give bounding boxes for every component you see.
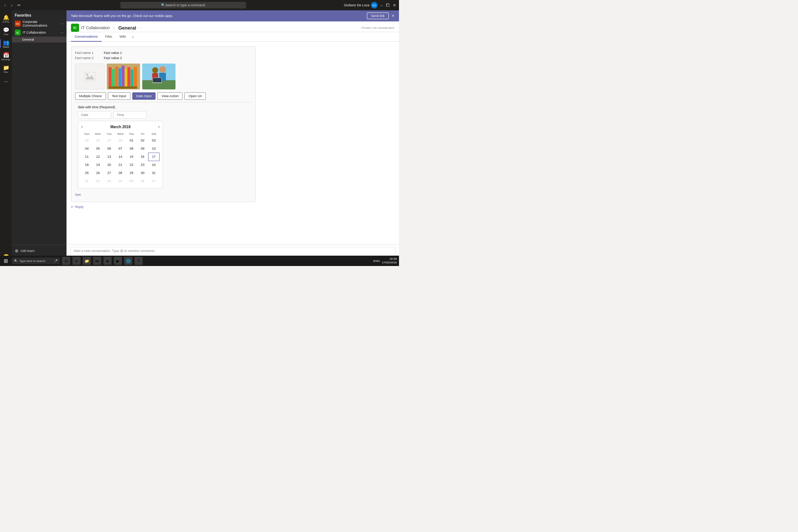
calendar-day[interactable]: 24 <box>148 161 159 169</box>
calendar-day[interactable]: 25 <box>81 169 92 177</box>
calendar-day[interactable]: 06 <box>103 144 115 153</box>
calendar-prev-button[interactable]: ‹ <box>81 124 83 129</box>
start-button[interactable]: ⊞ <box>2 257 10 265</box>
text-input-button[interactable]: Text Input <box>108 92 130 100</box>
calendar-day[interactable]: 04 <box>115 177 126 185</box>
calendar-day[interactable]: 26 <box>92 136 103 144</box>
team-more-corporate[interactable]: ··· <box>61 22 64 26</box>
date-field[interactable] <box>78 111 111 119</box>
channel-name: General <box>118 25 136 31</box>
calendar-header: ‹ March 2018 › <box>81 124 160 129</box>
compose-button[interactable]: ✏ <box>16 2 22 8</box>
calendar-day[interactable]: 20 <box>103 161 115 169</box>
taskbar-app-edge[interactable]: e <box>72 257 81 265</box>
team-more-it[interactable]: ··· <box>61 31 64 35</box>
calendar-day[interactable]: 04 <box>81 144 92 153</box>
svg-rect-8 <box>125 69 127 88</box>
taskbar-app-store[interactable]: 🛍 <box>93 257 101 265</box>
calendar-day[interactable]: 21 <box>115 161 126 169</box>
calendar-day[interactable]: 22 <box>126 161 137 169</box>
view-action-button[interactable]: View Action <box>157 92 183 100</box>
sidebar-item-activity[interactable]: 🔔 Activity <box>0 13 12 24</box>
calendar-day[interactable]: 31 <box>148 169 159 177</box>
avatar[interactable]: GD <box>371 2 378 8</box>
team-item-corporate[interactable]: CC Corporate Communications ··· <box>12 19 66 28</box>
taskbar-app-explorer[interactable]: 📁 <box>83 257 91 265</box>
back-button[interactable]: ‹ <box>3 2 7 8</box>
reply-button[interactable]: ↵ Reply <box>71 204 395 210</box>
banner-close-icon[interactable]: ✕ <box>392 14 395 18</box>
calendar-day[interactable]: 11 <box>81 153 92 161</box>
calendar-day[interactable]: 29 <box>126 169 137 177</box>
calendar-next-button[interactable]: › <box>158 124 160 129</box>
calendar-day[interactable]: 07 <box>148 177 159 185</box>
titlebar: ‹ › ✏ 🔍 Search or type a command Giulian… <box>0 0 399 10</box>
calendar-day[interactable]: 08 <box>126 144 137 153</box>
calendar-day[interactable]: 09 <box>137 144 148 153</box>
calendar-day[interactable]: 13 <box>103 153 115 161</box>
taskbar-app-teams[interactable]: T <box>134 257 143 265</box>
taskbar-app-chrome[interactable]: 🌐 <box>124 257 132 265</box>
titlebar-search[interactable]: 🔍 Search or type a command <box>120 2 246 8</box>
add-team-button[interactable]: ⊕ Add team <box>15 247 64 255</box>
channel-item-general[interactable]: General <box>12 37 66 42</box>
calendar-day[interactable]: 16 <box>137 153 148 161</box>
calendar-day[interactable]: 18 <box>81 161 92 169</box>
taskbar-search[interactable]: 🔍 Type here to search 🎤 <box>12 258 60 264</box>
calendar-day[interactable]: 02 <box>137 136 148 144</box>
send-link-button[interactable]: Send link <box>367 13 389 19</box>
see-link[interactable]: See <box>75 193 81 197</box>
calendar-day[interactable]: 12 <box>92 153 103 161</box>
calendar-day[interactable]: 19 <box>92 161 103 169</box>
sidebar-item-files[interactable]: 📁 Files <box>0 63 12 75</box>
calendar-day[interactable]: 05 <box>126 177 137 185</box>
calendar-day[interactable]: 26 <box>92 169 103 177</box>
forward-button[interactable]: › <box>10 2 14 8</box>
team-breadcrumb[interactable]: IT Collaboration <box>81 25 110 30</box>
tab-conversations[interactable]: Conversations <box>71 32 102 42</box>
titlebar-nav[interactable]: ‹ › ✏ <box>3 2 22 8</box>
calendar-day[interactable]: 07 <box>115 144 126 153</box>
calendar-day[interactable]: 02 <box>92 177 103 185</box>
multiple-choice-button[interactable]: Multiple Choice <box>75 92 106 100</box>
close-button[interactable]: ✕ <box>393 3 396 8</box>
time-field[interactable] <box>113 111 147 119</box>
calendar-day[interactable]: 05 <box>92 144 103 153</box>
calendar-day[interactable]: 14 <box>115 153 126 161</box>
user-profile[interactable]: Giuliano De Luca GD <box>344 2 378 8</box>
calendar-day[interactable]: 30 <box>137 169 148 177</box>
calendar-day[interactable]: 10 <box>148 144 159 153</box>
calendar-day[interactable]: 23 <box>137 161 148 169</box>
calendar-day[interactable]: 28 <box>115 136 126 144</box>
chat-icon: 💬 <box>3 27 9 33</box>
taskbar-app-vs[interactable]: ▶ <box>114 257 122 265</box>
calendar-day[interactable]: 15 <box>126 153 137 161</box>
calendar-day[interactable]: 01 <box>126 136 137 144</box>
date-input-button[interactable]: Date Input <box>132 92 156 100</box>
open-uri-button[interactable]: Open Uri <box>184 92 206 100</box>
sidebar-item-meetings[interactable]: 📅 Meetings <box>0 50 12 62</box>
team-item-it[interactable]: IC IT Collaboration ··· <box>12 28 66 37</box>
calendar-day[interactable]: 06 <box>137 177 148 185</box>
calendar-day[interactable]: 01 <box>81 177 92 185</box>
date-inputs <box>78 111 249 119</box>
taskbar-app-taskview[interactable]: ⊟ <box>62 257 70 265</box>
tab-add-button[interactable]: + <box>130 35 136 39</box>
sidebar-item-more[interactable]: ··· <box>0 75 12 87</box>
tab-wiki[interactable]: Wiki <box>116 32 130 42</box>
channel-more-icon[interactable]: ··· <box>139 25 142 30</box>
calendar-day[interactable]: 03 <box>148 136 159 144</box>
calendar-day[interactable]: 27 <box>103 169 115 177</box>
sidebar-item-chat[interactable]: 💬 Chat <box>0 25 12 37</box>
sidebar-item-teams[interactable]: 👥 Teams <box>0 38 12 50</box>
tab-files[interactable]: Files <box>102 32 116 42</box>
calendar-day[interactable]: 03 <box>103 177 115 185</box>
maximize-button[interactable]: ⧠ <box>386 3 390 8</box>
calendar-day[interactable]: 27 <box>103 136 115 144</box>
calendar-day[interactable]: 17 <box>148 153 159 161</box>
breadcrumb-chevron: › <box>113 26 115 30</box>
taskbar-app-vscode[interactable]: ◈ <box>103 257 112 265</box>
calendar-day[interactable]: 25 <box>81 136 92 144</box>
minimize-button[interactable]: – <box>381 3 383 8</box>
calendar-day[interactable]: 28 <box>115 169 126 177</box>
